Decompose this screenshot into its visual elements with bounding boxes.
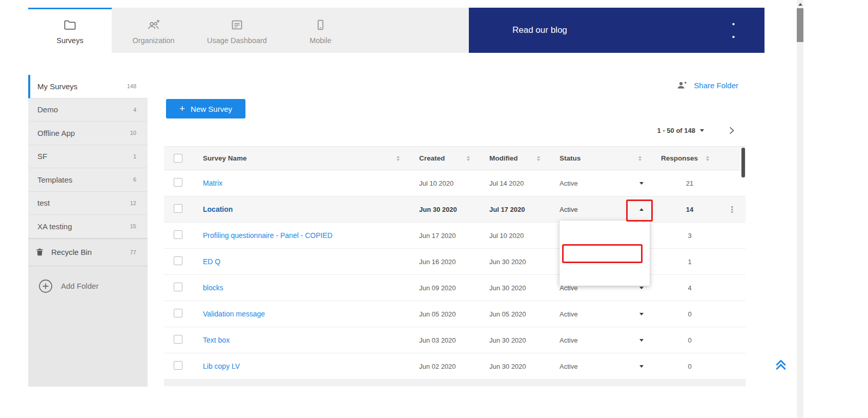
row-menu-icon[interactable]	[728, 205, 736, 214]
top-nav-tab[interactable]: Usage Dashboard	[195, 8, 279, 53]
status-caret-icon[interactable]	[639, 365, 644, 368]
top-nav-tab[interactable]: Surveys	[28, 8, 112, 53]
select-all-checkbox[interactable]	[174, 154, 182, 163]
scrollbar-up-arrow-icon[interactable]	[797, 1, 803, 7]
recycle-bin-label: Recycle Bin	[51, 248, 92, 256]
row-checkbox[interactable]	[174, 256, 182, 265]
sidebar-folder-item[interactable]: Offline App 10	[28, 122, 148, 145]
row-checkbox[interactable]	[174, 230, 182, 239]
blog-banner[interactable]: Read our blog	[469, 8, 764, 53]
checkbox-cell	[164, 309, 193, 319]
select-all-cell	[164, 154, 193, 163]
share-folder-button[interactable]: Share Folder	[675, 79, 738, 91]
page-scrollbar-thumb[interactable]	[797, 8, 803, 42]
row-checkbox[interactable]	[174, 204, 182, 213]
status-caret-icon[interactable]	[639, 339, 644, 342]
row-checkbox[interactable]	[174, 178, 182, 187]
survey-name-link[interactable]: Profiling questionnaire - Panel - COPIED	[203, 231, 333, 240]
sidebar-folder-item[interactable]: XA testing 15	[28, 215, 148, 238]
folder-count: 4	[133, 107, 136, 113]
scroll-to-top-button[interactable]	[772, 355, 790, 373]
pagination-range-dropdown[interactable]: 1 - 50 of 148	[657, 127, 704, 134]
next-page-button[interactable]	[726, 125, 737, 136]
sidebar-folder-item[interactable]: test 12	[28, 192, 148, 215]
column-header-status[interactable]: Status	[549, 154, 651, 162]
row-menu-cell	[718, 309, 746, 319]
created-cell: Jun 03 2020	[409, 336, 479, 344]
add-folder-label: Add Folder	[61, 282, 98, 290]
responses-cell: 0	[651, 310, 718, 318]
modified-cell: Jun 30 2020	[479, 363, 549, 370]
column-header-survey-name[interactable]: Survey Name	[193, 154, 409, 162]
recycle-bin-item[interactable]: Recycle Bin 77	[28, 238, 148, 266]
row-checkbox[interactable]	[174, 309, 182, 317]
status-caret-icon[interactable]	[639, 313, 644, 315]
modified-cell: Jun 05 2020	[479, 310, 549, 318]
tab-label: Organization	[132, 36, 174, 45]
survey-name-link[interactable]: Location	[203, 205, 233, 213]
column-header-modified[interactable]: Modified	[479, 154, 549, 162]
survey-name-link[interactable]: Lib copy LV	[203, 362, 240, 370]
tab-label: Surveys	[56, 36, 83, 45]
survey-name-link[interactable]: Validation message	[203, 310, 265, 318]
responses-cell: 21	[651, 180, 718, 187]
modified-cell: Jun 30 2020	[479, 258, 549, 266]
sidebar-folder-item[interactable]: My Surveys 148	[28, 75, 148, 98]
row-menu-cell	[718, 335, 746, 345]
checkbox-cell	[164, 230, 193, 241]
tab-label: Usage Dashboard	[207, 36, 267, 45]
new-survey-button[interactable]: + New Survey	[166, 99, 245, 118]
folder-label: XA testing	[37, 222, 72, 231]
top-nav-tab[interactable]: Mobile	[279, 8, 362, 53]
table-row: Matrix Jul 10 2020 Jul 14 2020 Active 21	[164, 170, 746, 196]
row-checkbox[interactable]	[174, 335, 182, 344]
status-caret-icon[interactable]	[639, 182, 644, 185]
table-header-row: Survey Name Created Modified Status Resp…	[164, 146, 746, 170]
modified-cell: Jun 30 2020	[479, 284, 549, 292]
survey-name-link[interactable]: Text box	[203, 336, 230, 344]
table-scrollbar-thumb[interactable]	[741, 148, 745, 177]
table-row: Text box Jun 03 2020 Jun 30 2020 Active …	[164, 327, 746, 353]
sidebar-folder-item[interactable]: Demo 4	[28, 98, 148, 122]
folder-label: Offline App	[37, 129, 75, 137]
sidebar: My Surveys 148 Demo 4 Offline App 10 SF …	[28, 75, 148, 387]
status-dropdown-option[interactable]	[560, 243, 650, 264]
status-dropdown-option[interactable]	[560, 222, 650, 243]
survey-name-cell: Location	[193, 205, 409, 213]
partial-next-row	[164, 380, 746, 386]
page-scrollbar-track[interactable]	[797, 0, 803, 418]
row-checkbox[interactable]	[174, 361, 182, 370]
survey-name-cell: blocks	[193, 284, 409, 292]
blog-title: Read our blog	[512, 25, 567, 35]
status-cell: Active	[549, 206, 651, 213]
survey-name-cell: Lib copy LV	[193, 362, 409, 370]
checkbox-cell	[164, 204, 193, 214]
survey-name-link[interactable]: ED Q	[203, 257, 220, 266]
tab-icon	[63, 17, 77, 32]
column-header-created[interactable]: Created	[409, 154, 479, 162]
add-folder-button[interactable]: Add Folder	[28, 266, 148, 306]
sort-icon	[397, 156, 400, 161]
table-row: blocks Jun 09 2020 Jun 30 2020 Active 4	[164, 275, 746, 301]
modified-cell: Jul 14 2020	[479, 180, 549, 187]
sort-icon	[638, 156, 642, 161]
top-nav: Surveys Organization Usage Dashboard Mob…	[28, 8, 469, 53]
row-menu-cell	[718, 178, 746, 188]
folder-count: 15	[130, 223, 136, 229]
survey-name-link[interactable]: Matrix	[203, 179, 222, 187]
row-checkbox[interactable]	[174, 283, 182, 291]
status-dropdown-option[interactable]	[560, 264, 650, 285]
sidebar-folder-item[interactable]: Templates 6	[28, 168, 148, 192]
trash-icon	[35, 247, 45, 257]
status-caret-icon[interactable]	[639, 208, 644, 211]
column-header-responses[interactable]: Responses	[651, 154, 718, 162]
plus-icon: +	[179, 103, 185, 114]
checkbox-cell	[164, 335, 193, 345]
status-caret-icon[interactable]	[639, 287, 644, 289]
modified-cell: Jul 17 2020	[479, 206, 549, 213]
top-nav-tab[interactable]: Organization	[112, 8, 195, 53]
survey-name-link[interactable]: blocks	[203, 284, 223, 292]
folder-count: 1	[133, 153, 136, 160]
sidebar-folder-item[interactable]: SF 1	[28, 145, 148, 169]
sort-icon	[706, 156, 709, 161]
